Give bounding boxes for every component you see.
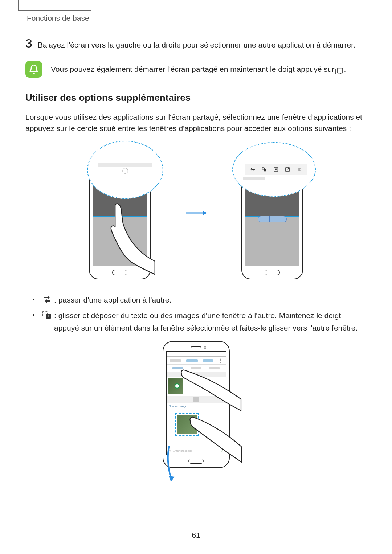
figure-phone-right — [225, 145, 319, 279]
popup-icon — [285, 167, 290, 172]
svg-marker-3 — [203, 210, 207, 216]
svg-rect-5 — [264, 169, 266, 171]
note-text: Vous pouvez également démarrer l'écran p… — [51, 63, 346, 75]
corner-rule-vertical — [18, 0, 19, 10]
breadcrumb: Fonctions de base — [27, 14, 89, 22]
step-text: Balayez l'écran vers la gauche ou la dro… — [38, 39, 355, 51]
arrow-right-icon — [185, 205, 207, 220]
expand-icon — [273, 167, 278, 172]
svg-marker-10 — [169, 476, 175, 482]
svg-rect-1 — [338, 68, 343, 73]
options-list: : passer d'une application à l'autre. : … — [33, 294, 367, 334]
bullet-text-2: : glisser et déposer du texte ou des ima… — [54, 309, 367, 334]
section-heading: Utiliser des options supplémentaires — [25, 92, 367, 103]
step-number: 3 — [25, 36, 38, 50]
bullet-text-1: : passer d'une application à l'autre. — [54, 294, 367, 306]
corner-rule-horizontal — [18, 10, 91, 11]
swap-icon — [250, 167, 255, 172]
section-body: Lorsque vous utilisez des applications s… — [25, 111, 367, 134]
touch-indicator — [175, 383, 180, 389]
split-divider-handle — [117, 217, 122, 222]
note-text-before: Vous pouvez également démarrer l'écran p… — [51, 63, 335, 75]
list-item-dragdrop: : glisser et déposer du texte ou des ima… — [33, 309, 367, 334]
drag-content-icon — [42, 311, 52, 319]
page-number: 61 — [192, 531, 200, 539]
list-item-swap: : passer d'une application à l'autre. — [33, 294, 367, 306]
figure-drag-drop: ⋮ New message — [25, 341, 367, 468]
swap-apps-icon — [42, 295, 52, 303]
note-bell-icon — [25, 61, 42, 78]
split-toolbar-handle — [258, 216, 287, 222]
figure-phone-left — [73, 145, 167, 279]
callout-divider-zoom — [87, 141, 163, 199]
note-text-after: . — [344, 63, 346, 75]
drop-target — [175, 413, 199, 436]
split-drag-icon — [193, 397, 199, 402]
gallery-thumbnail — [168, 378, 183, 394]
drag-drop-icon — [262, 167, 267, 172]
callout-toolbar-zoom — [232, 142, 316, 197]
note-block: Vous pouvez également démarrer l'écran p… — [25, 61, 367, 78]
step-3-row: 3 Balayez l'écran vers la gauche ou la d… — [25, 36, 367, 51]
page-content: 3 Balayez l'écran vers la gauche ou la d… — [25, 36, 367, 468]
figure-split-options — [25, 145, 367, 279]
recent-apps-icon — [335, 66, 343, 73]
close-icon — [297, 167, 302, 172]
bullet-dot — [33, 314, 34, 316]
bullet-dot — [33, 299, 34, 300]
